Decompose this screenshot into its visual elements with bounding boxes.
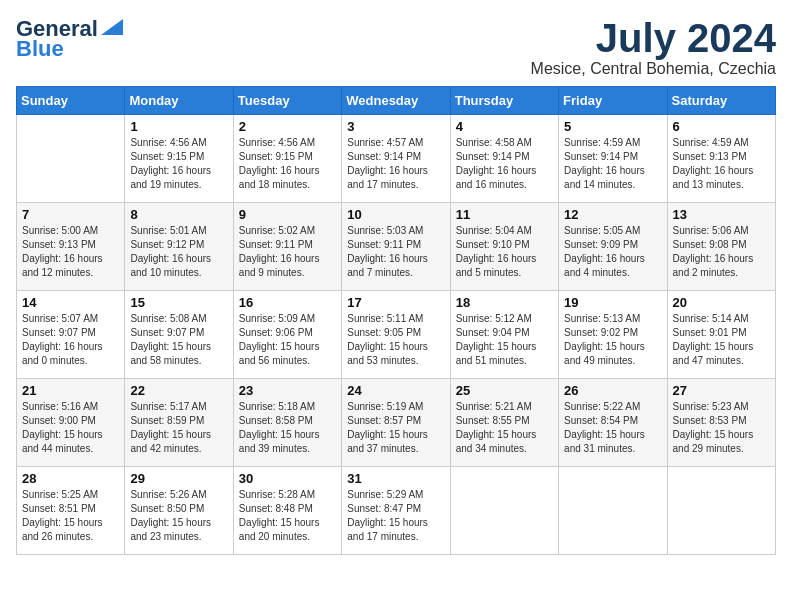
cell-day-number: 4	[456, 119, 553, 134]
cell-info: Sunrise: 5:26 AMSunset: 8:50 PMDaylight:…	[130, 489, 211, 542]
cell-info: Sunrise: 5:00 AMSunset: 9:13 PMDaylight:…	[22, 225, 103, 278]
cell-info: Sunrise: 5:03 AMSunset: 9:11 PMDaylight:…	[347, 225, 428, 278]
location-title: Mesice, Central Bohemia, Czechia	[531, 60, 776, 78]
cell-day-number: 29	[130, 471, 227, 486]
cell-day-number: 8	[130, 207, 227, 222]
calendar-cell: 19 Sunrise: 5:13 AMSunset: 9:02 PMDaylig…	[559, 291, 667, 379]
cell-info: Sunrise: 5:19 AMSunset: 8:57 PMDaylight:…	[347, 401, 428, 454]
logo: General Blue	[16, 16, 123, 62]
calendar-row: 21 Sunrise: 5:16 AMSunset: 9:00 PMDaylig…	[17, 379, 776, 467]
cell-info: Sunrise: 5:18 AMSunset: 8:58 PMDaylight:…	[239, 401, 320, 454]
cell-info: Sunrise: 4:59 AMSunset: 9:13 PMDaylight:…	[673, 137, 754, 190]
cell-day-number: 28	[22, 471, 119, 486]
cell-day-number: 17	[347, 295, 444, 310]
cell-day-number: 15	[130, 295, 227, 310]
cell-info: Sunrise: 5:21 AMSunset: 8:55 PMDaylight:…	[456, 401, 537, 454]
calendar-cell: 26 Sunrise: 5:22 AMSunset: 8:54 PMDaylig…	[559, 379, 667, 467]
cell-day-number: 19	[564, 295, 661, 310]
title-area: July 2024 Mesice, Central Bohemia, Czech…	[531, 16, 776, 78]
calendar-cell: 18 Sunrise: 5:12 AMSunset: 9:04 PMDaylig…	[450, 291, 558, 379]
calendar-cell: 8 Sunrise: 5:01 AMSunset: 9:12 PMDayligh…	[125, 203, 233, 291]
cell-info: Sunrise: 5:23 AMSunset: 8:53 PMDaylight:…	[673, 401, 754, 454]
weekday-header: Tuesday	[233, 87, 341, 115]
calendar-cell: 16 Sunrise: 5:09 AMSunset: 9:06 PMDaylig…	[233, 291, 341, 379]
weekday-header: Saturday	[667, 87, 775, 115]
logo-blue: Blue	[16, 36, 64, 62]
weekday-header: Thursday	[450, 87, 558, 115]
calendar-cell: 13 Sunrise: 5:06 AMSunset: 9:08 PMDaylig…	[667, 203, 775, 291]
cell-day-number: 12	[564, 207, 661, 222]
cell-day-number: 22	[130, 383, 227, 398]
calendar-cell: 25 Sunrise: 5:21 AMSunset: 8:55 PMDaylig…	[450, 379, 558, 467]
cell-day-number: 7	[22, 207, 119, 222]
calendar-cell: 5 Sunrise: 4:59 AMSunset: 9:14 PMDayligh…	[559, 115, 667, 203]
cell-info: Sunrise: 4:57 AMSunset: 9:14 PMDaylight:…	[347, 137, 428, 190]
cell-info: Sunrise: 5:07 AMSunset: 9:07 PMDaylight:…	[22, 313, 103, 366]
calendar-cell: 1 Sunrise: 4:56 AMSunset: 9:15 PMDayligh…	[125, 115, 233, 203]
calendar-cell	[667, 467, 775, 555]
weekday-header-row: SundayMondayTuesdayWednesdayThursdayFrid…	[17, 87, 776, 115]
cell-info: Sunrise: 5:04 AMSunset: 9:10 PMDaylight:…	[456, 225, 537, 278]
cell-day-number: 21	[22, 383, 119, 398]
cell-day-number: 13	[673, 207, 770, 222]
calendar-cell: 21 Sunrise: 5:16 AMSunset: 9:00 PMDaylig…	[17, 379, 125, 467]
calendar-cell: 24 Sunrise: 5:19 AMSunset: 8:57 PMDaylig…	[342, 379, 450, 467]
cell-info: Sunrise: 5:09 AMSunset: 9:06 PMDaylight:…	[239, 313, 320, 366]
cell-info: Sunrise: 5:16 AMSunset: 9:00 PMDaylight:…	[22, 401, 103, 454]
cell-info: Sunrise: 5:28 AMSunset: 8:48 PMDaylight:…	[239, 489, 320, 542]
cell-info: Sunrise: 5:13 AMSunset: 9:02 PMDaylight:…	[564, 313, 645, 366]
cell-info: Sunrise: 5:17 AMSunset: 8:59 PMDaylight:…	[130, 401, 211, 454]
calendar-cell	[450, 467, 558, 555]
calendar-cell: 9 Sunrise: 5:02 AMSunset: 9:11 PMDayligh…	[233, 203, 341, 291]
weekday-header: Sunday	[17, 87, 125, 115]
calendar-cell: 11 Sunrise: 5:04 AMSunset: 9:10 PMDaylig…	[450, 203, 558, 291]
calendar-cell: 15 Sunrise: 5:08 AMSunset: 9:07 PMDaylig…	[125, 291, 233, 379]
calendar-cell: 30 Sunrise: 5:28 AMSunset: 8:48 PMDaylig…	[233, 467, 341, 555]
calendar-row: 7 Sunrise: 5:00 AMSunset: 9:13 PMDayligh…	[17, 203, 776, 291]
calendar-cell: 14 Sunrise: 5:07 AMSunset: 9:07 PMDaylig…	[17, 291, 125, 379]
calendar-cell: 27 Sunrise: 5:23 AMSunset: 8:53 PMDaylig…	[667, 379, 775, 467]
cell-day-number: 9	[239, 207, 336, 222]
cell-day-number: 2	[239, 119, 336, 134]
logo-icon	[101, 19, 123, 35]
cell-info: Sunrise: 5:08 AMSunset: 9:07 PMDaylight:…	[130, 313, 211, 366]
header: General Blue July 2024 Mesice, Central B…	[16, 16, 776, 78]
cell-info: Sunrise: 4:56 AMSunset: 9:15 PMDaylight:…	[239, 137, 320, 190]
calendar-cell: 29 Sunrise: 5:26 AMSunset: 8:50 PMDaylig…	[125, 467, 233, 555]
calendar-cell: 31 Sunrise: 5:29 AMSunset: 8:47 PMDaylig…	[342, 467, 450, 555]
calendar-cell: 12 Sunrise: 5:05 AMSunset: 9:09 PMDaylig…	[559, 203, 667, 291]
cell-day-number: 1	[130, 119, 227, 134]
cell-day-number: 5	[564, 119, 661, 134]
calendar-cell: 2 Sunrise: 4:56 AMSunset: 9:15 PMDayligh…	[233, 115, 341, 203]
cell-info: Sunrise: 5:14 AMSunset: 9:01 PMDaylight:…	[673, 313, 754, 366]
calendar-cell: 20 Sunrise: 5:14 AMSunset: 9:01 PMDaylig…	[667, 291, 775, 379]
cell-day-number: 10	[347, 207, 444, 222]
calendar-cell	[17, 115, 125, 203]
calendar-cell: 6 Sunrise: 4:59 AMSunset: 9:13 PMDayligh…	[667, 115, 775, 203]
calendar-cell: 4 Sunrise: 4:58 AMSunset: 9:14 PMDayligh…	[450, 115, 558, 203]
month-title: July 2024	[531, 16, 776, 60]
calendar-cell: 17 Sunrise: 5:11 AMSunset: 9:05 PMDaylig…	[342, 291, 450, 379]
weekday-header: Monday	[125, 87, 233, 115]
cell-info: Sunrise: 5:25 AMSunset: 8:51 PMDaylight:…	[22, 489, 103, 542]
cell-day-number: 3	[347, 119, 444, 134]
weekday-header: Wednesday	[342, 87, 450, 115]
cell-day-number: 16	[239, 295, 336, 310]
cell-info: Sunrise: 5:05 AMSunset: 9:09 PMDaylight:…	[564, 225, 645, 278]
calendar-table: SundayMondayTuesdayWednesdayThursdayFrid…	[16, 86, 776, 555]
cell-info: Sunrise: 4:58 AMSunset: 9:14 PMDaylight:…	[456, 137, 537, 190]
calendar-cell: 10 Sunrise: 5:03 AMSunset: 9:11 PMDaylig…	[342, 203, 450, 291]
cell-day-number: 18	[456, 295, 553, 310]
calendar-cell: 28 Sunrise: 5:25 AMSunset: 8:51 PMDaylig…	[17, 467, 125, 555]
cell-day-number: 26	[564, 383, 661, 398]
cell-day-number: 14	[22, 295, 119, 310]
cell-day-number: 20	[673, 295, 770, 310]
cell-info: Sunrise: 5:29 AMSunset: 8:47 PMDaylight:…	[347, 489, 428, 542]
calendar-row: 1 Sunrise: 4:56 AMSunset: 9:15 PMDayligh…	[17, 115, 776, 203]
cell-day-number: 11	[456, 207, 553, 222]
cell-info: Sunrise: 5:11 AMSunset: 9:05 PMDaylight:…	[347, 313, 428, 366]
cell-day-number: 27	[673, 383, 770, 398]
cell-info: Sunrise: 5:12 AMSunset: 9:04 PMDaylight:…	[456, 313, 537, 366]
calendar-cell	[559, 467, 667, 555]
cell-day-number: 30	[239, 471, 336, 486]
